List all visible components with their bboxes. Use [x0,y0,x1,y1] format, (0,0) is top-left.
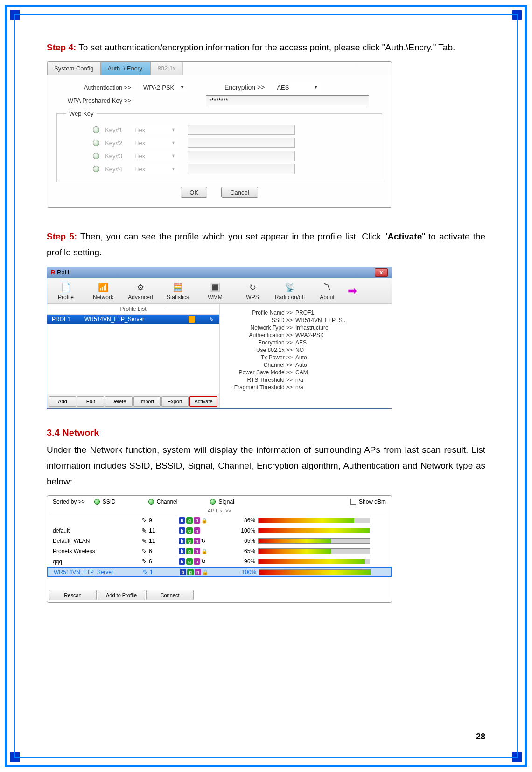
ap-mode-icons: bgn🔒 [179,548,235,554]
ap-signal-percent: 65% [235,548,258,554]
import-button[interactable]: Import [133,396,161,407]
authentication-label: Authentication >> [56,84,131,91]
wep-key-row: Key#4Hex▼ [66,164,372,174]
ap-mode-icons: bgn [179,527,235,534]
ap-signal-bar [258,528,386,533]
ap-channel: ✎11 [141,537,179,545]
radio-icon [94,499,100,505]
ap-row[interactable]: default✎11bgn100% [47,526,392,536]
wep-key-label: Key#2 [66,140,122,147]
sorted-by-label: Sorted by >> [53,498,85,505]
refresh-icon: ↻ [201,558,206,565]
wep-key-label: Key#4 [66,166,122,173]
detail-row: Tx Power >>Auto [224,354,388,361]
detail-row: Authentication >>WPA2-PSK [224,332,388,338]
toolbar-radio-on-off[interactable]: 📡Radio on/off [271,278,308,303]
toolbar-advanced[interactable]: ⚙Advanced [122,278,159,303]
edit-button[interactable]: Edit [77,396,104,407]
wep-key-input[interactable] [188,138,295,148]
ap-row[interactable]: WR514VN_FTP_Server✎1bgn🔒100% [47,567,392,577]
wep-type-dropdown[interactable]: Hex▼ [132,151,178,161]
detail-value: Auto [295,362,307,368]
radio-icon[interactable] [93,126,99,133]
lock-icon: 🔒 [201,548,208,554]
chevron-down-icon: ▼ [171,140,175,145]
wep-key-input[interactable] [188,151,295,161]
lock-icon: 🔒 [201,518,208,524]
radio-icon[interactable] [93,166,99,172]
wep-type-dropdown[interactable]: Hex▼ [132,125,178,135]
toolbar-statistics[interactable]: 🧮Statistics [159,278,196,303]
mode-g-icon: g [187,569,194,575]
detail-value: AES [295,339,307,346]
profile-buttons: Add Edit Delete Import Export Activate [47,394,219,408]
toolbar-about[interactable]: 〽About [308,278,346,303]
detail-value: n/a [295,384,303,391]
add-to-profile-button[interactable]: Add to Profile [98,590,145,600]
delete-button[interactable]: Delete [105,396,132,407]
mode-n-icon: n [194,548,200,554]
rescan-button[interactable]: Rescan [49,590,97,600]
wep-key-input[interactable] [188,125,295,135]
encryption-value: AES [277,84,289,91]
cancel-button[interactable]: Cancel [221,187,258,198]
authentication-dropdown[interactable]: WPA2-PSK ▼ [140,82,187,92]
close-button[interactable]: x [375,268,388,277]
wep-key-input[interactable] [188,164,295,174]
tab-auth-encry[interactable]: Auth. \ Encry. [101,62,151,75]
ap-mode-icons: bgn🔒 [179,517,235,524]
export-button[interactable]: Export [161,396,189,407]
ap-row[interactable]: qqq✎6bgn↻96% [47,556,392,567]
encryption-label: Encryption >> [224,84,265,91]
sort-channel-option[interactable]: Channel [148,498,178,505]
ap-signal-percent: 86% [235,517,258,524]
detail-key: Network Type >> [224,324,295,331]
sort-signal-option[interactable]: Signal [210,498,234,505]
add-button[interactable]: Add [49,396,76,407]
toolbar-profile[interactable]: 📄Profile [47,278,84,303]
detail-key: Channel >> [224,362,295,368]
radio-icon[interactable] [93,153,99,159]
mode-g-icon: g [186,527,193,534]
wep-key-row: Key#3Hex▼ [66,151,372,161]
activate-button[interactable]: Activate [189,396,217,407]
connect-button[interactable]: Connect [146,590,194,600]
wep-key-label: Key#1 [66,126,122,133]
toolbar-wmm[interactable]: 🔳WMM [196,278,234,303]
wep-type-dropdown[interactable]: Hex▼ [132,138,178,148]
tab-system-config[interactable]: System Config [47,62,101,75]
toolbar-label: Network [84,294,122,301]
profile-list-row[interactable]: PROF1 WR514VN_FTP_Server ✎ [47,315,219,324]
lock-icon: 🔒 [202,569,209,575]
toolbar-icon: 📶 [84,281,122,294]
network-panel: Sorted by >> SSID Channel Signal Show dB… [47,495,392,603]
wep-key-row: Key#2Hex▼ [66,138,372,148]
ap-row[interactable]: ✎9bgn🔒86% [47,515,392,526]
ok-button[interactable]: OK [181,187,207,198]
toolbar-next-arrow-icon[interactable]: ➡ [346,278,359,303]
toolbar-icon: 🧮 [159,281,196,294]
wand-icon: ✎ [141,517,147,524]
radio-icon [148,499,154,505]
toolbar-network[interactable]: 📶Network [84,278,122,303]
sort-ssid-option[interactable]: SSID [94,498,116,505]
wand-icon: ✎ [141,527,147,534]
wand-icon: ✎ [142,568,148,576]
wep-type-dropdown[interactable]: Hex▼ [132,164,178,174]
detail-key: SSID >> [224,317,295,323]
close-icon: x [380,269,383,276]
encryption-dropdown[interactable]: AES ▼ [274,82,321,92]
ap-row[interactable]: Pronets Wireless✎6bgn🔒65% [47,546,392,556]
step5-paragraph: Step 5: Then, you can see the profile wh… [47,229,485,260]
chevron-down-icon: ▼ [171,127,175,132]
refresh-icon: ↻ [201,538,206,544]
mode-b-icon: b [180,569,186,575]
chevron-down-icon: ▼ [171,154,175,158]
wand-icon: ✎ [209,316,215,322]
radio-icon[interactable] [93,140,99,146]
psk-input[interactable] [206,95,369,105]
ap-row[interactable]: Default_WLAN✎11bgn↻65% [47,536,392,546]
toolbar-wps[interactable]: ↻WPS [234,278,271,303]
show-dbm-checkbox[interactable]: Show dBm [350,498,386,505]
wand-icon: ✎ [141,558,147,565]
